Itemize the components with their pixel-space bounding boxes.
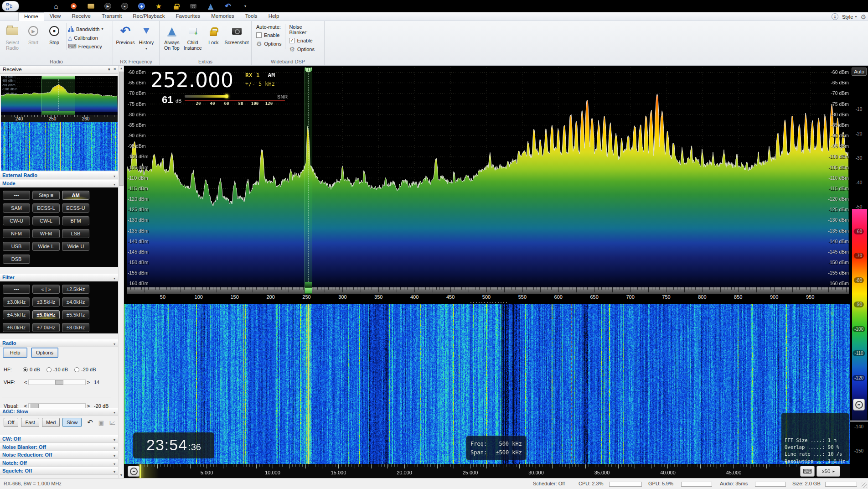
mode-button[interactable]: Wide-L (32, 242, 60, 251)
previous-button[interactable]: ↶ Previous (115, 22, 136, 57)
scroll-up-icon[interactable]: ▲ (119, 66, 124, 71)
sidebar-section-header[interactable]: Squelch: Off▾ (0, 467, 119, 475)
antenna-icon[interactable] (207, 3, 214, 10)
frequency-ruler[interactable] (127, 287, 849, 294)
sidebar-scrollbar[interactable]: ▲ ▼ (118, 66, 124, 478)
child-instance-button[interactable]: Child Instance (182, 22, 203, 57)
hf-gain-option[interactable]: -20 dB (74, 367, 96, 372)
filter-button[interactable]: ±8.0kHz (62, 323, 89, 332)
gear-icon[interactable]: ⚙ (860, 13, 866, 21)
bandwidth-button[interactable]: Bandwidth ▾ (68, 25, 103, 33)
ribbon-collapse-icon[interactable]: ▴▾ (832, 13, 838, 20)
panel-dropdown-icon[interactable]: ▾ (108, 66, 110, 73)
sidebar-section-header[interactable]: Notch: Off▾ (0, 459, 119, 467)
filter-button[interactable]: ±4.0kHz (62, 297, 89, 307)
start-button[interactable]: ▶ Start (23, 22, 44, 57)
scrollbar-thumb[interactable] (119, 72, 124, 186)
hf-gain-option[interactable]: 0 dB (23, 367, 40, 372)
mode-button[interactable]: AM (62, 191, 89, 200)
tab-memories[interactable]: Memories (206, 12, 239, 21)
filter-button[interactable]: « | » (32, 285, 60, 294)
mode-button[interactable]: BFM (62, 216, 89, 225)
select-radio-button[interactable]: Select Radio (2, 22, 23, 57)
noise-blanker-enable-checkbox[interactable]: ✓ Enable (289, 37, 320, 44)
mode-button[interactable]: DSB (3, 255, 30, 264)
filter-button[interactable]: ±5.5kHz (62, 310, 89, 319)
mode-button[interactable]: LSB (62, 229, 89, 238)
band-bottom-handle[interactable] (305, 282, 312, 287)
resize-grip[interactable] (862, 483, 867, 488)
always-on-top-button[interactable]: Always On Top (161, 22, 182, 57)
tuning-band[interactable]: 1 (305, 68, 312, 287)
automute-enable-checkbox[interactable]: Enable (256, 31, 281, 38)
forward-button[interactable]: ▸▸ (853, 399, 865, 411)
preview-selection-box[interactable] (41, 76, 75, 115)
history-button[interactable]: History ▾ (136, 22, 157, 57)
filter-button[interactable]: ±6.0kHz (3, 323, 30, 332)
calibration-button[interactable]: △ Calibration (68, 34, 103, 42)
tab-tools[interactable]: Tools (240, 12, 263, 21)
noise-blanker-options-button[interactable]: ⚙ Options (289, 46, 320, 52)
help-button[interactable]: Help (3, 348, 27, 358)
style-dropdown[interactable]: Style ▾ (842, 14, 857, 20)
agc-button[interactable]: Slow (62, 418, 82, 427)
scroll-down-icon[interactable]: ▼ (119, 473, 124, 478)
options-button[interactable]: Options (31, 348, 58, 358)
mode-button[interactable]: Wide-U (62, 242, 89, 251)
vfo-frequency-readout[interactable]: 252.000 (150, 68, 233, 92)
rewind-button[interactable]: ◂◂ (128, 466, 140, 477)
mode-button[interactable]: WFM (32, 229, 60, 238)
filter-button[interactable]: ••• (3, 285, 30, 294)
keyboard-entry-button[interactable]: ⌨ (800, 466, 815, 477)
undo-icon[interactable]: ↶ (224, 3, 232, 10)
agc-button[interactable]: Med (42, 418, 60, 427)
slider-right-icon[interactable]: > (86, 380, 91, 385)
mode-button[interactable]: NFM (3, 229, 30, 238)
sidebar-section-header[interactable]: Noise Reduction: Off▾ (0, 451, 119, 459)
mode-button[interactable]: CW-L (32, 216, 60, 225)
vhf-slider-thumb[interactable] (55, 380, 63, 385)
camera-icon[interactable] (190, 3, 197, 10)
tab-home[interactable]: Home (18, 12, 44, 21)
lock-button[interactable]: Lock (203, 22, 224, 57)
tab-transmit[interactable]: Transmit (96, 12, 127, 21)
vhf-slider[interactable]: < > (23, 379, 91, 385)
filter-button[interactable]: ±2.5kHz (62, 285, 89, 294)
qat-more-icon[interactable]: ▾ (242, 3, 249, 10)
splitter-handle[interactable] (470, 302, 507, 303)
slider-left-icon[interactable]: < (23, 380, 28, 385)
mode-button[interactable]: ECSS-L (32, 203, 60, 213)
mode-button[interactable]: ••• (3, 191, 30, 200)
sidebar-section-header[interactable]: CW: Off▾ (0, 435, 119, 443)
tab-receive[interactable]: Receive (66, 12, 96, 21)
home-icon[interactable]: ⌂ (52, 3, 60, 10)
open-folder-icon[interactable] (87, 3, 94, 10)
section-mode[interactable]: Mode▾ (0, 180, 119, 187)
stop-icon[interactable]: ■ (121, 3, 128, 10)
app-menu-button[interactable] (2, 1, 19, 11)
waterfall-zoom-button[interactable]: x50 ▸ (816, 466, 840, 477)
tab-view[interactable]: View (44, 12, 67, 21)
filter-button[interactable]: ±7.0kHz (32, 323, 60, 332)
mode-button[interactable]: USB (3, 242, 30, 251)
waterfall-time-axis[interactable]: 5.00010.00015.00020.00025.00030.00035.00… (124, 464, 850, 478)
filter-button[interactable]: ±5.0kHz (32, 310, 60, 319)
filter-button[interactable]: ±4.5kHz (3, 310, 30, 319)
automute-options-button[interactable]: ⚙ Options (256, 40, 281, 47)
vfo-marker-flag[interactable]: 1 (306, 68, 311, 72)
section-external-radio[interactable]: External Radio▾ (0, 172, 119, 179)
tab-help[interactable]: Help (263, 12, 285, 21)
stop-button[interactable]: ■ Stop (44, 22, 65, 57)
agc-button[interactable]: Off (4, 418, 18, 427)
tab-rec-playback[interactable]: Rec/Playback (127, 12, 170, 21)
sidebar-section-header[interactable]: Noise Blanker: Off▾ (0, 443, 119, 451)
preview-spectrum[interactable] (1, 76, 118, 115)
mode-button[interactable]: CW-U (3, 216, 30, 225)
mode-button[interactable]: SAM (3, 203, 30, 213)
section-radio[interactable]: Radio▾ (0, 339, 119, 347)
section-filter[interactable]: Filter▾ (0, 274, 119, 281)
chart-icon[interactable]: 📈︎ (109, 419, 115, 426)
help-ring-icon[interactable] (70, 3, 77, 10)
play-icon[interactable]: ▶ (104, 3, 111, 10)
undo-icon[interactable]: ↶ (87, 418, 93, 427)
